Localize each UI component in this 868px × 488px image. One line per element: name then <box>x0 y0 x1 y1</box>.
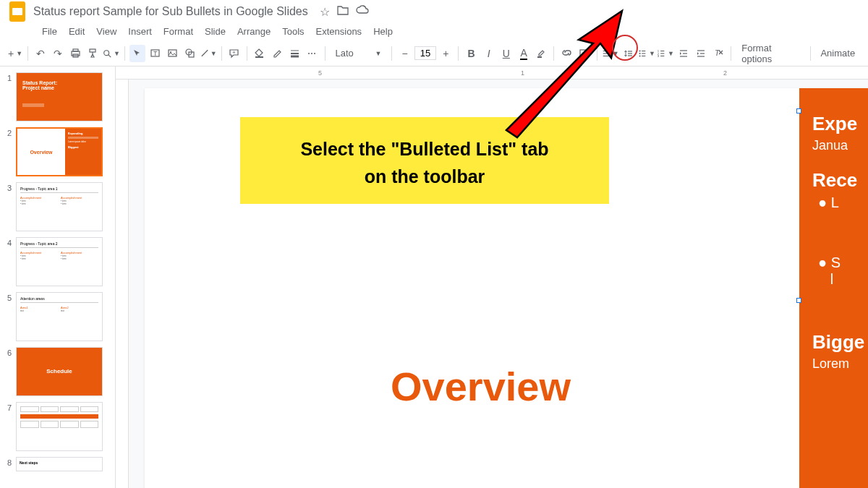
panel-heading: Rece <box>812 169 868 192</box>
separator <box>458 46 459 61</box>
increase-indent-button[interactable] <box>693 45 709 62</box>
vertical-ruler <box>116 80 129 488</box>
thumb-num: 7 <box>4 402 12 451</box>
svg-text:+: + <box>232 49 236 56</box>
menu-help[interactable]: Help <box>369 25 397 39</box>
clear-format-button[interactable]: T <box>710 45 726 62</box>
titlebar: Status report Sample for Sub Bullets in … <box>0 0 868 23</box>
thumb-num: 3 <box>4 182 12 231</box>
font-name: Lato <box>335 48 353 59</box>
paint-format-button[interactable] <box>85 45 101 62</box>
textbox-button[interactable]: T <box>147 45 163 62</box>
separator <box>731 46 731 61</box>
zoom-button[interactable]: ▼ <box>103 45 120 62</box>
title-icons: ☆ <box>320 5 369 19</box>
thumbnail-4[interactable]: Progress - Topic area 2Accomplishment• i… <box>16 237 103 286</box>
ruler-label: 5 <box>318 69 322 77</box>
toolbar: +▼ ↶ ↷ ▼ T ▼ + Lato▼ − 15 + B I U A + ▼ … <box>0 40 868 67</box>
svg-text:T: T <box>153 50 158 57</box>
document-title[interactable]: Status report Sample for Sub Bullets in … <box>33 5 308 18</box>
svg-line-14 <box>201 50 207 56</box>
cloud-icon[interactable] <box>356 5 369 19</box>
shape-button[interactable] <box>182 45 197 62</box>
bullet-text: S <box>831 254 841 270</box>
menu-slide[interactable]: Slide <box>200 25 230 39</box>
separator <box>247 46 247 61</box>
slide-content-panel[interactable]: Expe Janua Rece ● L ● S l Bigge Lorem <box>799 88 868 488</box>
panel-heading: Bigge <box>812 331 868 354</box>
thumbnail-8[interactable]: Next steps <box>16 457 103 471</box>
comment-button[interactable]: + <box>226 45 242 62</box>
border-dash-button[interactable] <box>304 45 320 62</box>
increase-font-button[interactable]: + <box>438 45 454 62</box>
separator <box>124 46 125 61</box>
ruler-label: 2 <box>723 69 727 77</box>
bullet-text: L <box>831 194 839 210</box>
separator <box>325 46 326 61</box>
redo-button[interactable]: ↷ <box>50 45 66 62</box>
separator <box>221 46 222 61</box>
menu-extensions[interactable]: Extensions <box>312 25 367 39</box>
thumbnail-7[interactable] <box>16 402 103 451</box>
print-button[interactable] <box>68 45 84 62</box>
bold-button[interactable]: B <box>463 45 479 62</box>
image-button[interactable] <box>164 45 180 62</box>
thumb-title: Schedule <box>17 348 102 374</box>
selection-handle[interactable] <box>796 108 801 114</box>
thumb-title: Overview <box>17 129 65 175</box>
animate-button[interactable]: Animate <box>814 46 861 60</box>
thumb-num: 8 <box>4 457 12 471</box>
thumbnails-panel: 1 Status Report:Project name 2 OverviewE… <box>0 67 116 488</box>
move-icon[interactable] <box>337 5 349 19</box>
slides-logo <box>9 3 26 20</box>
thumb-title: Next steps <box>17 458 102 468</box>
thumb-sub: Project name <box>22 85 96 90</box>
panel-heading: Expe <box>812 113 868 135</box>
border-weight-button[interactable] <box>286 45 302 62</box>
bullet-text: l <box>830 271 833 287</box>
thumb-title: Progress - Topic area 1 <box>20 187 98 193</box>
menu-file[interactable]: File <box>38 25 61 39</box>
new-slide-button[interactable]: +▼ <box>7 45 23 62</box>
thumbnail-5[interactable]: Attention areasArea1textArea2text <box>16 292 103 341</box>
thumbnail-6[interactable]: Schedule <box>16 347 103 396</box>
line-button[interactable]: ▼ <box>200 45 217 62</box>
panel-bullet: ● L <box>818 194 868 211</box>
svg-text:T: T <box>715 48 720 57</box>
star-icon[interactable]: ☆ <box>320 5 330 19</box>
font-select[interactable]: Lato▼ <box>329 46 387 60</box>
separator <box>810 46 811 61</box>
decrease-font-button[interactable]: − <box>396 45 412 62</box>
fill-color-button[interactable] <box>252 45 268 62</box>
panel-text: Janua <box>812 138 868 153</box>
menubar: File Edit View Insert Format Slide Arran… <box>0 23 868 40</box>
svg-rect-1 <box>12 8 22 15</box>
menu-format[interactable]: Format <box>159 25 197 39</box>
thumbnail-2[interactable]: OverviewExpandingLorem ipsum dolorBigges… <box>16 127 103 176</box>
thumbnail-1[interactable]: Status Report:Project name <box>16 72 103 121</box>
svg-text:3: 3 <box>658 54 660 58</box>
decrease-indent-button[interactable] <box>676 45 692 62</box>
menu-view[interactable]: View <box>92 25 121 39</box>
svg-rect-5 <box>90 49 95 52</box>
border-color-button[interactable] <box>269 45 285 62</box>
menu-insert[interactable]: Insert <box>124 25 156 39</box>
numbered-list-button[interactable]: 123▼ <box>657 45 674 62</box>
menu-edit[interactable]: Edit <box>64 25 89 39</box>
thumb-num: 6 <box>4 347 12 396</box>
menu-arrange[interactable]: Arrange <box>233 25 275 39</box>
selection-handle[interactable] <box>796 298 801 303</box>
callout-line2: on the toolbar <box>240 163 609 191</box>
slide-title-text[interactable]: Overview <box>391 363 571 410</box>
undo-button[interactable]: ↶ <box>33 45 48 62</box>
thumbnail-3[interactable]: Progress - Topic area 1Accomplishment• i… <box>16 182 103 231</box>
svg-rect-10 <box>169 50 176 56</box>
font-size-input[interactable]: 15 <box>414 46 437 60</box>
highlight-circle <box>612 35 638 61</box>
separator <box>391 46 392 61</box>
thumb-num: 1 <box>4 72 12 121</box>
panel-bullet: ● S l <box>818 254 868 288</box>
format-options-button[interactable]: Format options <box>736 41 805 66</box>
select-button[interactable] <box>129 45 145 62</box>
menu-tools[interactable]: Tools <box>278 25 308 39</box>
